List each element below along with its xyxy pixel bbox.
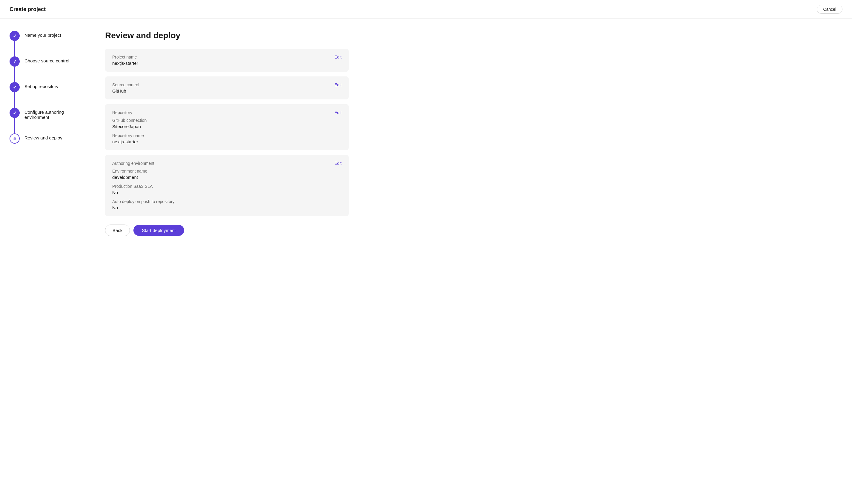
step-line-3 <box>14 92 15 108</box>
page-title: Create project <box>10 6 46 13</box>
step-circle-3: ✓ <box>10 82 20 92</box>
auto-deploy-value: No <box>112 205 330 210</box>
github-connection-value: SitecoreJapan <box>112 124 330 129</box>
checkmark-icon-3: ✓ <box>13 85 17 90</box>
github-connection-field: GitHub connection SitecoreJapan <box>112 118 330 129</box>
step-label-4: Configure authoring environment <box>24 108 87 120</box>
action-buttons: Back Start deployment <box>105 224 349 236</box>
source-control-field: Source control GitHub <box>112 83 330 93</box>
github-connection-label: GitHub connection <box>112 118 330 123</box>
main-layout: ✓ Name your project ✓ Choose source cont… <box>0 19 358 248</box>
step-item-review-deploy: 5 Review and deploy <box>10 133 87 144</box>
auto-deploy-field: Auto deploy on push to repository No <box>112 199 330 210</box>
step-circle-5: 5 <box>10 133 20 144</box>
auto-deploy-label: Auto deploy on push to repository <box>112 199 330 204</box>
content-title: Review and deploy <box>105 31 349 40</box>
env-name-value: development <box>112 175 330 180</box>
saas-sla-value: No <box>112 190 330 195</box>
back-button[interactable]: Back <box>105 224 130 236</box>
authoring-env-section-title: Authoring environment <box>112 161 330 166</box>
step-line-2 <box>14 67 15 82</box>
repository-name-field: Repository name nextjs-starter <box>112 133 330 144</box>
saas-sla-field: Production SaaS SLA No <box>112 184 330 195</box>
project-name-field: Project name nextjs-starter <box>112 55 330 66</box>
step-item-source-control: ✓ Choose source control <box>10 56 87 82</box>
project-name-label: Project name <box>112 55 330 59</box>
stepper: ✓ Name your project ✓ Choose source cont… <box>10 31 87 236</box>
source-control-label: Source control <box>112 83 330 87</box>
authoring-env-edit-button[interactable]: Edit <box>334 161 342 166</box>
env-name-label: Environment name <box>112 169 330 174</box>
step-label-3: Set up repository <box>24 82 58 89</box>
step-label-2: Choose source control <box>24 56 69 63</box>
project-name-card: Project name nextjs-starter Edit <box>105 49 349 72</box>
step-item-setup-repo: ✓ Set up repository <box>10 82 87 108</box>
repository-name-label: Repository name <box>112 133 330 138</box>
step-number-5: 5 <box>14 136 16 141</box>
saas-sla-label: Production SaaS SLA <box>112 184 330 189</box>
checkmark-icon-1: ✓ <box>13 33 17 39</box>
step-circle-1: ✓ <box>10 31 20 41</box>
checkmark-icon-4: ✓ <box>13 110 17 116</box>
step-circle-4: ✓ <box>10 108 20 118</box>
start-deployment-button[interactable]: Start deployment <box>133 225 184 236</box>
step-label-1: Name your project <box>24 31 61 38</box>
cancel-button[interactable]: Cancel <box>817 5 842 14</box>
step-line-1 <box>14 41 15 56</box>
repository-name-value: nextjs-starter <box>112 139 330 144</box>
header: Create project Cancel <box>0 0 852 19</box>
step-label-5: Review and deploy <box>24 133 62 140</box>
step-circle-2: ✓ <box>10 56 20 67</box>
checkmark-icon-2: ✓ <box>13 59 17 65</box>
repository-edit-button[interactable]: Edit <box>334 110 342 115</box>
project-name-edit-button[interactable]: Edit <box>334 55 342 59</box>
step-item-authoring-env: ✓ Configure authoring environment <box>10 108 87 133</box>
repository-section-title: Repository <box>112 110 330 115</box>
repository-card: Repository GitHub connection SitecoreJap… <box>105 104 349 150</box>
source-control-card: Source control GitHub Edit <box>105 76 349 100</box>
project-name-value: nextjs-starter <box>112 60 330 66</box>
content-area: Review and deploy Project name nextjs-st… <box>105 31 349 236</box>
step-item-name-project: ✓ Name your project <box>10 31 87 56</box>
env-name-field: Environment name development <box>112 169 330 180</box>
authoring-env-card: Authoring environment Environment name d… <box>105 155 349 216</box>
source-control-edit-button[interactable]: Edit <box>334 83 342 87</box>
source-control-value: GitHub <box>112 88 330 93</box>
step-line-4 <box>14 118 15 133</box>
